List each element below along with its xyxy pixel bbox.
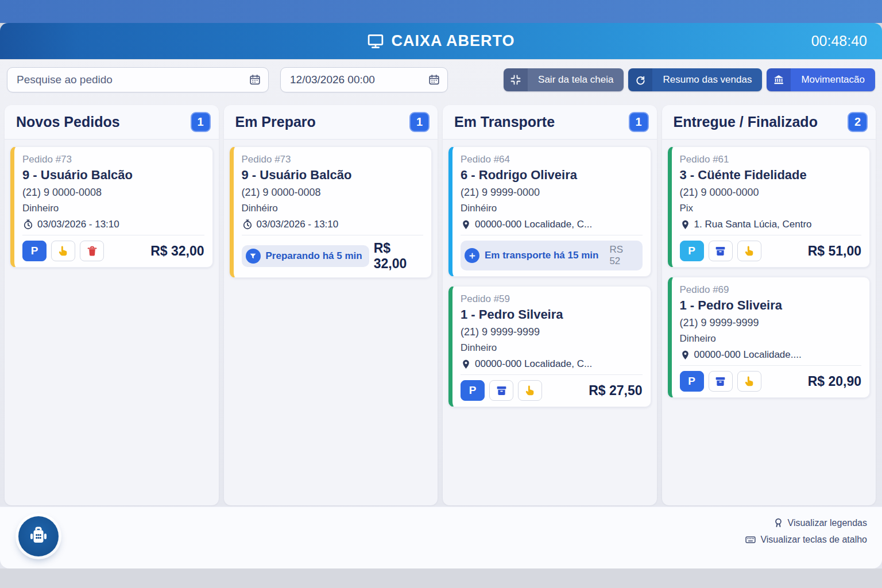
print-button[interactable]: P xyxy=(680,371,704,392)
customer-name: 9 - Usuário Balcão xyxy=(22,168,204,183)
delivery-address: 00000-000 Localidade, C... xyxy=(475,219,592,230)
clock-icon xyxy=(22,219,34,230)
exit-fullscreen-button[interactable]: Sair da tela cheia xyxy=(504,68,624,91)
order-search-field[interactable] xyxy=(7,67,269,92)
order-datetime: 03/03/2026 - 13:10 xyxy=(257,219,339,230)
customer-phone: (21) 9 9999-9999 xyxy=(461,326,643,338)
archive-icon xyxy=(714,245,726,257)
customer-phone: (21) 9 0000-0008 xyxy=(242,187,424,199)
map-pin-icon xyxy=(680,350,691,361)
medal-icon xyxy=(773,517,784,528)
archive-icon xyxy=(714,376,726,388)
payment-method: Dinhéiro xyxy=(242,203,424,214)
calendar-icon[interactable] xyxy=(428,74,440,86)
delivery-address: 00000-000 Localidade, C... xyxy=(475,358,592,370)
status-badge: Em transporte há 15 min RS 52 xyxy=(461,241,643,270)
advance-order-button[interactable] xyxy=(518,380,542,401)
order-number: Pedido #59 xyxy=(461,293,643,305)
divider xyxy=(22,235,204,235)
column-body: Pedido #73 9 - Usuário Balcão (21) 9 000… xyxy=(224,140,438,505)
payment-method: Dinhéiro xyxy=(461,203,643,214)
map-pin-icon xyxy=(680,219,691,230)
print-button[interactable]: P xyxy=(22,241,47,261)
advance-order-button[interactable] xyxy=(737,241,761,261)
customer-name: 6 - Rodrigo Oliveira xyxy=(461,168,643,183)
advance-order-button[interactable] xyxy=(51,241,75,261)
column-body: Pedido #61 3 - Cüénte Fidelidade (21) 9 … xyxy=(662,140,876,505)
print-icon: P xyxy=(688,245,695,257)
order-card[interactable]: Pedido #64 6 - Rodrigo Oliveira (21) 9 9… xyxy=(448,146,651,277)
top-strip xyxy=(0,0,882,23)
main-panel: Sair da tela cheia Resumo das vendas Mov… xyxy=(0,59,882,568)
column-title: Em Transporte xyxy=(454,114,555,130)
customer-phone: (21) 9 0000-0000 xyxy=(680,187,862,199)
column-title: Em Preparo xyxy=(235,114,316,130)
view-shortcuts-link[interactable]: Visualizar teclas de atalho xyxy=(745,534,867,546)
divider xyxy=(461,235,643,235)
column-header: Em Preparo 1 xyxy=(224,105,438,140)
delete-order-button[interactable] xyxy=(80,241,104,261)
order-number: Pedido #64 xyxy=(461,154,643,165)
kanban-board: Novos Pedidos 1 Pedido #73 9 - Usuário B… xyxy=(0,100,882,506)
order-total: R$ 32,00 xyxy=(150,243,204,259)
order-total: R$ 32,00 xyxy=(374,241,423,272)
titlebar: CAIXA ABERTO 00:48:40 xyxy=(0,23,882,59)
status-badge: Preparando há 5 min xyxy=(242,245,369,267)
footer: Visualizar legendas Visualizar teclas de… xyxy=(0,506,882,568)
receipt-button[interactable] xyxy=(709,371,733,392)
order-card[interactable]: Pedido #59 1 - Pedro Silveira (21) 9 999… xyxy=(448,286,651,407)
order-card[interactable]: Pedido #73 9 - Usuário Balcão (21) 9 000… xyxy=(230,146,432,278)
status-extra: RS 52 xyxy=(609,244,635,267)
date-input[interactable] xyxy=(281,68,447,92)
order-card[interactable]: Pedido #61 3 - Cüénte Fidelidade (21) 9 … xyxy=(668,146,871,268)
customer-phone: (21) 9 0000-0008 xyxy=(22,187,204,199)
session-clock: 00:48:40 xyxy=(811,23,867,59)
order-card[interactable]: Pedido #73 9 - Usuário Balcão (21) 9 000… xyxy=(10,146,213,268)
order-number: Pedido #61 xyxy=(680,154,862,165)
divider xyxy=(461,374,643,375)
bank-icon xyxy=(767,68,791,91)
count-badge: 1 xyxy=(191,112,211,132)
column-body: Pedido #64 6 - Rodrigo Oliveira (21) 9 9… xyxy=(443,140,657,505)
divider xyxy=(680,235,862,235)
print-icon: P xyxy=(469,384,477,397)
order-number: Pedido #73 xyxy=(242,154,424,165)
calendar-icon[interactable] xyxy=(249,74,261,86)
delivery-address: 1. Rua Santa Lúcia, Centro xyxy=(694,219,812,230)
column-em-transporte: Em Transporte 1 Pedido #64 6 - Rodrigo O… xyxy=(443,105,657,505)
column-body: Pedido #73 9 - Usuário Balcão (21) 9 000… xyxy=(5,140,219,505)
view-legends-link[interactable]: Visualizar legendas xyxy=(773,517,867,528)
column-entregue-finalizado: Entregue / Finalizado 2 Pedido #61 3 - C… xyxy=(662,105,876,505)
sales-summary-button[interactable]: Resumo das vendas xyxy=(628,68,762,91)
assistant-bot-button[interactable] xyxy=(18,516,59,556)
advance-order-button[interactable] xyxy=(737,371,761,392)
column-em-preparo: Em Preparo 1 Pedido #73 9 - Usuário Balc… xyxy=(224,105,438,505)
count-badge: 2 xyxy=(848,112,868,132)
archive-icon xyxy=(496,385,508,397)
receipt-button[interactable] xyxy=(489,380,513,401)
customer-name: 3 - Cüénte Fidelidade xyxy=(680,168,862,183)
customer-phone: (21) 9 9999-9999 xyxy=(680,317,862,329)
print-icon: P xyxy=(688,375,695,388)
page-title: CAIXA ABERTO xyxy=(391,32,514,50)
order-total: R$ 27,50 xyxy=(589,383,642,399)
hand-pointer-icon xyxy=(57,245,69,257)
cash-movement-button[interactable]: Movimentacão xyxy=(767,68,875,91)
toolbar: Sair da tela cheia Resumo das vendas Mov… xyxy=(0,59,882,100)
payment-method: Dinheiro xyxy=(680,333,862,345)
plus-circle-icon xyxy=(465,248,479,263)
receipt-button[interactable] xyxy=(709,241,733,261)
print-icon: P xyxy=(31,245,38,257)
column-novos-pedidos: Novos Pedidos 1 Pedido #73 9 - Usuário B… xyxy=(5,105,219,505)
date-filter-field[interactable] xyxy=(280,67,448,92)
customer-name: 1 - Pedro Sliveira xyxy=(680,298,862,313)
map-pin-icon xyxy=(461,219,471,230)
order-total: R$ 20,90 xyxy=(808,374,861,389)
column-header: Entregue / Finalizado 2 xyxy=(662,105,876,140)
print-button[interactable]: P xyxy=(461,380,485,401)
search-input[interactable] xyxy=(7,68,268,92)
order-card[interactable]: Pedido #69 1 - Pedro Sliveira (21) 9 999… xyxy=(668,277,871,398)
divider xyxy=(680,365,862,366)
print-button[interactable]: P xyxy=(680,241,704,261)
preparing-icon xyxy=(246,249,261,264)
